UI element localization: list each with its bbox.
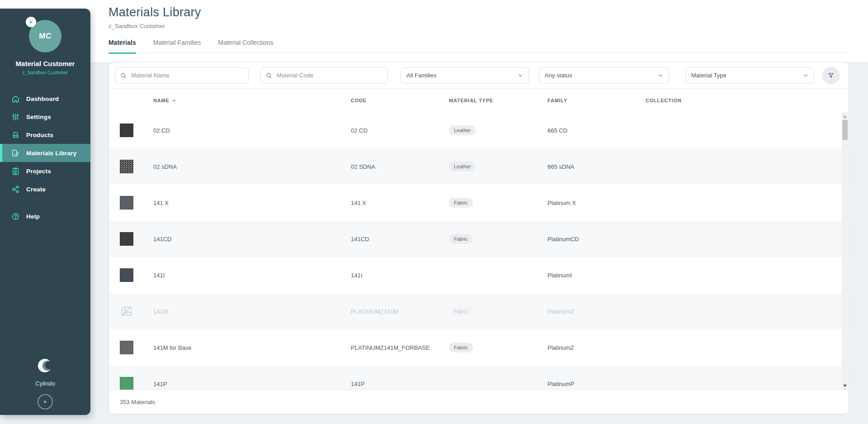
material-code: 02 SDNA bbox=[351, 163, 449, 170]
material-name-search bbox=[115, 67, 249, 84]
sidebar-nav: Dashboard Settings Products Materials Li… bbox=[0, 90, 90, 225]
material-code: PLATINUMZ141M_FORBASE bbox=[351, 344, 449, 351]
material-code: 141P bbox=[351, 381, 449, 387]
material-type-badge: Fabric bbox=[449, 234, 473, 244]
sidebar-item-help[interactable]: Help bbox=[0, 207, 90, 225]
sidebar-item-settings[interactable]: Settings bbox=[0, 108, 90, 126]
home-icon bbox=[11, 95, 20, 103]
table-header: NAME CODE MATERIAL TYPE FAMILY COLLECTIO… bbox=[109, 89, 849, 112]
table-scrollbar bbox=[842, 112, 848, 390]
material-code-input[interactable] bbox=[277, 72, 383, 79]
table-row[interactable]: 141P 141P PlatinumP bbox=[109, 366, 849, 390]
material-type-badge: Leather bbox=[449, 125, 476, 135]
collapse-sidebar-button[interactable] bbox=[38, 394, 53, 410]
swatchbook-icon bbox=[11, 149, 20, 157]
brand-block: Cylindo bbox=[0, 356, 90, 410]
sliders-icon bbox=[11, 113, 20, 121]
material-type-badge: Leather bbox=[449, 162, 476, 172]
tab-material-families[interactable]: Material Families bbox=[153, 36, 201, 53]
sidebar-item-label: Create bbox=[26, 186, 46, 193]
material-name: 141P bbox=[153, 381, 351, 387]
sidebar-item-create[interactable]: Create bbox=[0, 180, 90, 198]
table-row[interactable]: 141I 141I PlatinumI bbox=[109, 257, 849, 293]
material-family: PlatinumCD bbox=[547, 236, 646, 243]
table-row[interactable]: 141M PLATINUMZ141M Fabric PlatinumZ bbox=[109, 293, 849, 329]
tab-material-collections[interactable]: Material Collections bbox=[218, 36, 274, 53]
tab-bar: Materials Material Families Material Col… bbox=[108, 36, 849, 53]
material-family: PlatinumZ bbox=[547, 308, 646, 315]
material-swatch bbox=[120, 196, 133, 210]
material-swatch bbox=[120, 377, 133, 390]
column-header-collection[interactable]: COLLECTION bbox=[646, 98, 849, 103]
material-name: 02 CD bbox=[153, 127, 351, 134]
sidebar-item-products[interactable]: Products bbox=[0, 126, 90, 144]
search-icon bbox=[120, 72, 127, 79]
sidebar: MC Material Customer z_Sandbox Customer … bbox=[0, 9, 90, 415]
chevron-down-icon bbox=[658, 73, 663, 78]
page-title: Materials Library bbox=[108, 5, 201, 19]
status-dropdown-value: Any status bbox=[545, 72, 572, 79]
families-dropdown[interactable]: All Families bbox=[401, 67, 529, 84]
help-icon bbox=[11, 212, 20, 221]
material-name: 141CD bbox=[153, 236, 351, 243]
table-row[interactable]: 141M for Base PLATINUMZ141M_FORBASE Fabr… bbox=[109, 329, 849, 366]
material-type-badge: Fabric bbox=[449, 306, 473, 316]
column-header-family[interactable]: FAMILY bbox=[547, 98, 646, 103]
material-code: 141 X bbox=[351, 200, 449, 206]
column-header-name[interactable]: NAME bbox=[153, 98, 351, 103]
material-type-dropdown-value: Material Type bbox=[691, 72, 726, 79]
filter-bar: All Families Any status Material Type bbox=[109, 62, 849, 89]
page-subtitle: z_Sandbox Customer bbox=[108, 23, 165, 29]
search-icon bbox=[265, 72, 273, 79]
table-row[interactable]: 02 sDNA 02 SDNA Leather 665 sDNA bbox=[109, 148, 849, 185]
material-swatch bbox=[120, 232, 133, 246]
table-row[interactable]: 141CD 141CD Fabric PlatinumCD bbox=[109, 221, 849, 257]
material-swatch bbox=[120, 124, 133, 137]
material-type-badge: Fabric bbox=[449, 343, 473, 353]
column-header-code[interactable]: CODE bbox=[351, 98, 449, 103]
material-code: 02 CD bbox=[351, 127, 449, 134]
material-name: 141 X bbox=[153, 200, 351, 206]
material-family: 665 CD bbox=[547, 127, 646, 134]
column-header-material-type[interactable]: MATERIAL TYPE bbox=[449, 98, 547, 103]
sidebar-item-projects[interactable]: Projects bbox=[0, 162, 90, 180]
scrollbar-thumb[interactable] bbox=[842, 120, 848, 140]
scrollbar-up-arrow[interactable] bbox=[842, 113, 848, 119]
material-name-input[interactable] bbox=[131, 72, 244, 79]
material-family: PlatinumI bbox=[547, 272, 646, 279]
scrollbar-down-arrow[interactable] bbox=[842, 382, 848, 389]
material-swatch bbox=[120, 341, 133, 354]
chevron-down-icon bbox=[518, 73, 523, 78]
sidebar-item-label: Dashboard bbox=[26, 95, 59, 102]
table-footer: 353 Materials bbox=[109, 390, 849, 414]
sort-asc-icon bbox=[172, 98, 176, 103]
avatar-initials: MC bbox=[39, 32, 51, 41]
sidebar-item-label: Settings bbox=[26, 114, 51, 120]
sidebar-item-dashboard[interactable]: Dashboard bbox=[0, 90, 90, 108]
table-row[interactable]: 141 X 141 X Fabric Platinum X bbox=[109, 185, 849, 221]
filter-button[interactable] bbox=[822, 67, 840, 84]
table-body: 02 CD 02 CD Leather 665 CD 02 sDNA 02 SD… bbox=[109, 112, 849, 390]
families-dropdown-value: All Families bbox=[406, 72, 436, 79]
material-swatch bbox=[120, 160, 133, 173]
sidebar-item-materials-library[interactable]: Materials Library bbox=[0, 144, 90, 162]
cylindo-logo-icon bbox=[35, 356, 55, 376]
material-name: 141M bbox=[153, 308, 351, 315]
close-icon[interactable] bbox=[26, 17, 36, 27]
material-name: 141M for Base bbox=[153, 344, 351, 351]
table-row[interactable]: 02 CD 02 CD Leather 665 CD bbox=[109, 112, 849, 148]
clipboard-icon bbox=[11, 167, 20, 176]
material-name: 141I bbox=[153, 272, 351, 279]
customer-subtitle: z_Sandbox Customer bbox=[0, 70, 90, 75]
material-family: 665 sDNA bbox=[547, 163, 646, 170]
material-family: PlatinumP bbox=[547, 381, 646, 387]
material-type-badge: Fabric bbox=[449, 198, 473, 208]
material-family: PlatinumZ bbox=[547, 344, 646, 351]
material-code-search bbox=[260, 67, 388, 84]
funnel-icon bbox=[827, 72, 835, 79]
material-name: 02 sDNA bbox=[153, 163, 351, 170]
material-type-dropdown[interactable]: Material Type bbox=[685, 67, 814, 84]
status-dropdown[interactable]: Any status bbox=[539, 67, 669, 84]
tab-materials[interactable]: Materials bbox=[108, 36, 136, 53]
sidebar-item-label: Projects bbox=[26, 168, 51, 175]
